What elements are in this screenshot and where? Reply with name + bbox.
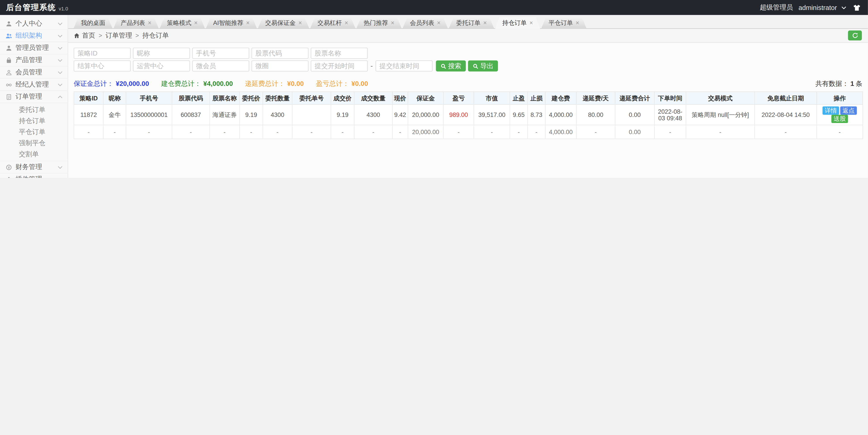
close-icon[interactable]: × [299, 20, 302, 26]
action-button-详情[interactable]: 详情 [823, 107, 839, 115]
chevron-down-icon [58, 58, 62, 62]
search-icon [472, 63, 478, 69]
table-total-cell: - [654, 125, 686, 139]
chevron-down-icon [58, 165, 62, 169]
export-button[interactable]: 导出 [468, 60, 498, 71]
table-header-cell: 股票代码 [172, 92, 210, 105]
sidebar-item-product[interactable]: 产品管理 [0, 54, 67, 67]
tab-AI智能推荐[interactable]: AI智能推荐× [206, 18, 257, 28]
sidebar-item-org[interactable]: 组织架构 [0, 30, 67, 42]
close-icon[interactable]: × [246, 20, 250, 26]
table-header-cell: 下单时间 [654, 92, 686, 105]
sidebar-subitem[interactable]: 强制平仓 [0, 138, 67, 149]
action-button-返点[interactable]: 返点 [840, 107, 857, 115]
close-icon[interactable]: × [576, 20, 579, 26]
tab-委托订单[interactable]: 委托订单× [449, 18, 494, 28]
search-input-2-2[interactable] [192, 60, 249, 71]
sidebar-subitem[interactable]: 交割单 [0, 149, 67, 160]
close-icon[interactable]: × [391, 20, 394, 26]
tab-我的桌面[interactable]: 我的桌面 [73, 18, 112, 28]
tab-平仓订单[interactable]: 平仓订单× [541, 18, 586, 28]
finance-icon [5, 164, 12, 170]
tab-交易保证金[interactable]: 交易保证金× [258, 18, 309, 28]
total-label: 保证金总计： [73, 80, 114, 87]
sidebar-item-label: 经纪人管理 [16, 80, 49, 89]
search-button-label: 搜索 [448, 61, 461, 71]
page-content: - 搜索 导出 保证金总计：¥20,000.00建仓费总计：¥4,000.00递… [68, 42, 868, 178]
table-header-cell: 市值 [474, 92, 510, 105]
total-label: 盈亏总计： [316, 80, 349, 87]
sidebar-item-plugin[interactable]: 插件管理 [0, 174, 67, 178]
table-header-cell: 昵称 [103, 92, 126, 105]
chevron-down-icon [841, 6, 846, 9]
tab-产品列表[interactable]: 产品列表× [114, 18, 159, 28]
product-icon [5, 57, 12, 63]
sidebar-subitem[interactable]: 委托订单 [0, 104, 67, 115]
search-input-1-1[interactable] [133, 48, 190, 59]
sidebar-item-label: 会员管理 [16, 67, 42, 77]
breadcrumb-home[interactable]: 首页 [73, 31, 95, 40]
sidebar-submenu: 委托订单持仓订单平仓订单强制平仓交割单 [0, 103, 67, 161]
close-icon[interactable]: × [483, 20, 487, 26]
table-total-cell: - [527, 125, 545, 139]
admin-icon [5, 45, 12, 51]
user-menu[interactable]: 超级管理员 administrator [760, 3, 861, 12]
sidebar-subitem[interactable]: 持仓订单 [0, 115, 67, 126]
tab-策略模式[interactable]: 策略模式× [160, 18, 205, 28]
close-icon[interactable]: × [530, 20, 533, 26]
table-cell: 金牛 [103, 105, 126, 125]
sidebar-item-finance[interactable]: 财务管理 [0, 161, 67, 174]
end-time-input[interactable] [376, 60, 433, 71]
refresh-button[interactable] [848, 31, 862, 40]
record-count-unit: 条 [856, 80, 862, 87]
search-input-1-2[interactable] [192, 48, 249, 59]
sidebar-subitem[interactable]: 平仓订单 [0, 126, 67, 138]
table-total-cell: - [240, 125, 263, 139]
search-form-row-2: - 搜索 导出 [73, 60, 862, 71]
search-input-2-1[interactable] [133, 60, 190, 71]
sidebar-item-member[interactable]: 会员管理 [0, 67, 67, 79]
search-input-2-4[interactable] [311, 60, 368, 71]
tab-会员列表[interactable]: 会员列表× [403, 18, 448, 28]
admin-app: 后台管理系统 v1.0 超级管理员 administrator 个人中心组织架构… [0, 0, 868, 178]
user-icon [5, 20, 12, 27]
close-icon[interactable]: × [194, 20, 198, 26]
search-button[interactable]: 搜索 [436, 60, 466, 71]
close-icon[interactable]: × [148, 20, 151, 26]
table-total-cell: - [74, 125, 103, 139]
table-cell: 80.00 [577, 105, 615, 125]
total-item: 保证金总计：¥20,000.00 [73, 79, 149, 89]
table-cell: 4,000.00 [546, 105, 577, 125]
app-version: v1.0 [59, 6, 68, 11]
chevron-down-icon [58, 22, 62, 25]
table-header-cell: 成交价 [331, 92, 354, 105]
close-icon[interactable]: × [345, 20, 348, 26]
table-header-cell: 股票名称 [210, 92, 240, 105]
close-icon[interactable]: × [437, 20, 440, 26]
sidebar-item-user[interactable]: 个人中心 [0, 18, 67, 30]
search-input-1-4[interactable] [311, 48, 368, 59]
table-cell: 海通证券 [210, 105, 240, 125]
export-button-label: 导出 [480, 61, 494, 71]
search-input-1-3[interactable] [251, 48, 309, 59]
search-input-2-3[interactable] [251, 60, 309, 71]
chevron-down-icon [58, 71, 62, 74]
tab-持仓订单[interactable]: 持仓订单× [495, 17, 540, 29]
breadcrumb-item-order-mgmt[interactable]: 订单管理 [105, 31, 132, 40]
sidebar-item-admin[interactable]: 管理员管理 [0, 42, 67, 54]
sidebar-item-order[interactable]: 订单管理 [0, 91, 67, 103]
table-header-cell: 操作 [816, 92, 863, 105]
record-count-label: 共有数据： [815, 80, 849, 87]
tab-热门推荐[interactable]: 热门推荐× [356, 18, 402, 28]
tab-交易杠杆[interactable]: 交易杠杆× [310, 18, 355, 28]
action-button-送股[interactable]: 送股 [831, 115, 848, 123]
sidebar-item-broker[interactable]: 经纪人管理 [0, 79, 67, 91]
table-total-cell: 4,000.00 [546, 125, 577, 139]
member-icon [5, 69, 12, 76]
search-input-2-0[interactable] [73, 60, 131, 71]
table-total-cell: - [354, 125, 393, 139]
theme-tshirt-icon[interactable] [853, 4, 861, 11]
tab-label: 产品列表 [121, 19, 145, 27]
search-input-1-0[interactable] [73, 48, 131, 59]
table-total-cell: - [126, 125, 172, 139]
